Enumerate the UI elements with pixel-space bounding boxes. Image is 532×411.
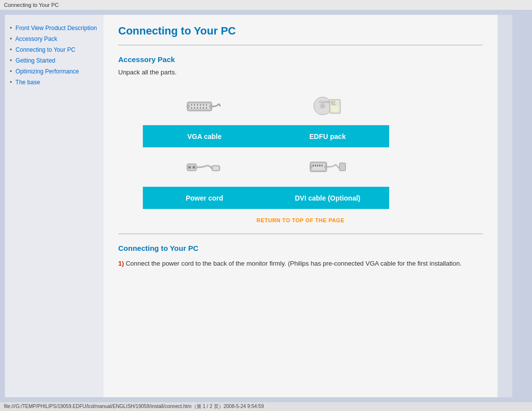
right-panel: [498, 15, 527, 397]
sidebar-nav: • Front View Product Description • Acces…: [5, 20, 103, 95]
svg-rect-1: [189, 103, 210, 109]
sidebar-item-front-view[interactable]: • Front View Product Description: [10, 25, 99, 32]
intro-text: Unpack all the parts.: [118, 68, 483, 76]
svg-point-11: [200, 107, 201, 108]
svg-point-40: [310, 165, 312, 168]
sidebar-link-accessory[interactable]: Accessory Pack: [15, 35, 57, 42]
sidebar-item-accessory[interactable]: • Accessory Pack: [10, 35, 99, 42]
dvi-cable-image: [308, 147, 347, 187]
svg-point-9: [194, 107, 195, 108]
svg-rect-35: [313, 165, 314, 167]
sidebar-item-optimizing[interactable]: • Optimizing Performance: [10, 68, 99, 75]
svg-rect-38: [319, 165, 320, 167]
bullet-icon: •: [10, 35, 12, 42]
vga-cable-item: VGA cable: [143, 86, 266, 147]
sidebar: • Front View Product Description • Acces…: [5, 15, 103, 397]
edfu-pack-image: CD-ROM Quick Start Guide: [308, 86, 347, 125]
svg-point-8: [191, 107, 192, 108]
connecting-section-title: Connecting to Your PC: [118, 244, 483, 252]
status-bar-text: file:///G:/TEMP/PHILIPS/19059.EDFU/lcd/m…: [4, 403, 264, 410]
dvi-label: DVI cable (Optional): [266, 187, 389, 209]
svg-point-4: [197, 104, 198, 105]
svg-rect-34: [311, 163, 325, 170]
svg-point-14: [187, 105, 190, 108]
svg-point-30: [193, 166, 195, 168]
dvi-cable-item: DVI cable (Optional): [266, 147, 389, 209]
svg-rect-37: [317, 165, 318, 167]
sidebar-link-getting-started[interactable]: Getting Started: [16, 57, 56, 64]
svg-point-10: [197, 107, 198, 108]
bullet-icon: •: [10, 25, 12, 32]
svg-rect-39: [322, 165, 323, 167]
return-to-top-link[interactable]: RETURN TO TOP OF THE PAGE: [257, 217, 345, 223]
step-1-description: Connect the power cord to the back of th…: [126, 260, 462, 267]
sidebar-link-base[interactable]: The base: [15, 79, 40, 86]
connecting-section: Connecting to Your PC 1) Connect the pow…: [118, 244, 483, 267]
right-panel-inner: [498, 15, 512, 397]
bullet-icon: •: [10, 79, 12, 86]
edfu-pack-item: CD-ROM Quick Start Guide EDFU pack: [266, 86, 389, 147]
svg-point-29: [188, 166, 191, 168]
page-title: Connecting to Your PC: [118, 25, 483, 37]
svg-rect-36: [315, 165, 316, 167]
tab-title: Connecting to Your PC: [4, 2, 59, 8]
main-layout: • Front View Product Description • Acces…: [0, 10, 532, 402]
edfu-label: EDFU pack: [266, 125, 389, 147]
vga-cable-image: [185, 86, 224, 125]
sidebar-item-getting-started[interactable]: • Getting Started: [10, 57, 99, 64]
svg-point-3: [194, 104, 195, 105]
svg-rect-42: [339, 163, 345, 171]
sidebar-item-connecting[interactable]: • Connecting to Your PC: [10, 46, 99, 53]
svg-point-13: [206, 107, 207, 108]
power-cord-item: Power cord: [143, 147, 266, 209]
sidebar-link-front-view[interactable]: Front View Product Description: [16, 25, 97, 32]
vga-label: VGA cable: [143, 125, 266, 147]
svg-point-7: [206, 104, 207, 105]
svg-point-2: [191, 104, 192, 105]
browser-tab: Connecting to Your PC: [0, 0, 532, 10]
sidebar-link-optimizing[interactable]: Optimizing Performance: [16, 68, 79, 75]
svg-text:CD-ROM: CD-ROM: [319, 101, 330, 103]
svg-rect-32: [213, 166, 219, 170]
top-divider: [118, 45, 483, 45]
svg-text:Guide: Guide: [331, 103, 335, 105]
step-1-number: 1): [118, 260, 124, 267]
main-content: Connecting to Your PC Accessory Pack Unp…: [103, 15, 498, 397]
bullet-icon: •: [10, 46, 12, 53]
svg-point-6: [203, 104, 204, 105]
bullet-icon: •: [10, 57, 12, 64]
accessory-section-title: Accessory Pack: [118, 55, 483, 64]
step-1-text: 1) Connect the power cord to the back of…: [118, 260, 483, 267]
bullet-icon: •: [10, 68, 12, 75]
power-cord-label: Power cord: [143, 187, 266, 209]
middle-divider: [118, 234, 483, 234]
sidebar-link-connecting[interactable]: Connecting to Your PC: [16, 46, 75, 53]
power-cord-image: [185, 147, 224, 187]
return-to-top[interactable]: RETURN TO TOP OF THE PAGE: [118, 216, 483, 224]
sidebar-item-base[interactable]: • The base: [10, 79, 99, 86]
status-bar: file:///G:/TEMP/PHILIPS/19059.EDFU/lcd/m…: [0, 402, 532, 411]
svg-point-18: [322, 105, 324, 107]
svg-point-5: [200, 104, 201, 105]
accessories-grid: VGA cable CD-ROM: [143, 86, 389, 209]
svg-point-12: [203, 107, 204, 108]
